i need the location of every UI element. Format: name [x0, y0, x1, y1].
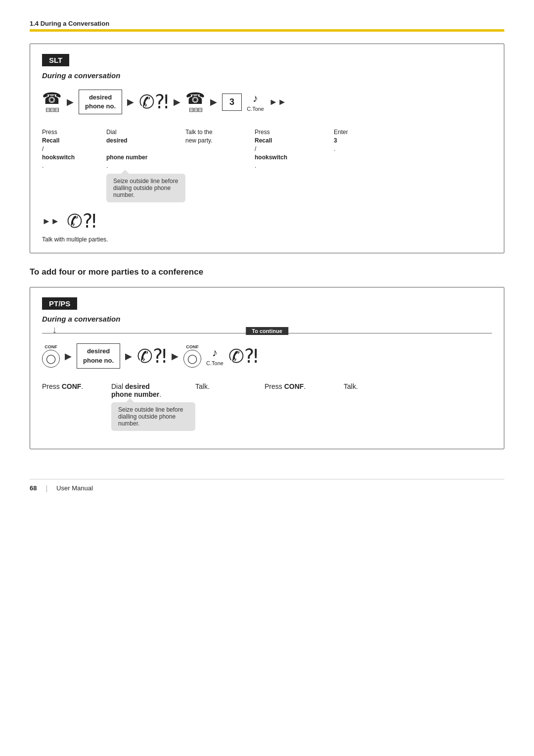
handset-icon-1: ✆⁈ [139, 91, 169, 113]
slt-bottom-flow: ►► ✆⁈ [42, 210, 492, 232]
desired-label: desired [85, 93, 116, 102]
slt-phone-icon: ☎ ⊟⊟⊟ [42, 91, 62, 113]
ptps-box: PT/PS During a conversation ↓ To continu… [30, 287, 504, 449]
ptps-arrow-2: ▶ [125, 351, 132, 362]
ptps-handset-1: ✆⁈ [137, 345, 167, 367]
slt-label-4: Press Recall/hookswitch. [255, 128, 334, 170]
ctone-block: ♪ C.Tone [247, 92, 264, 112]
handset-icon-2: ✆⁈ [67, 210, 96, 232]
ptps-label-col1: Press CONF. [42, 382, 111, 390]
to-continue-label: To continue [246, 327, 288, 335]
slt-label-col3: Talk to thenew party. [185, 128, 255, 145]
ptps-phone-no-label: phone no. [83, 356, 114, 365]
slt-header: SLT [42, 54, 69, 66]
arrow-3: ▶ [174, 96, 180, 107]
phone-no-label: phone no. [85, 102, 116, 111]
conf-button-1: CONF ◯ [42, 344, 60, 368]
double-arrow-1: ►► [269, 97, 287, 107]
slt-flow-row: ☎ ⊟⊟⊟ ▶ desired phone no. ▶ ✆⁈ ▶ ☎ ⊟⊟⊟ ▶… [42, 90, 492, 114]
slt-label-2: Dial desiredphone number. [106, 128, 185, 170]
slt-label-3: Talk to thenew party. [185, 128, 255, 145]
slt-label-1: Press Recall/hookswitch. [42, 128, 106, 170]
arrow-1: ▶ [67, 96, 74, 107]
arrow-4: ▶ [210, 96, 217, 107]
ptps-desired-phone-box: desired phone no. [77, 343, 120, 368]
conference-heading: To add four or more parties to a confere… [30, 267, 504, 277]
ptps-label-4: Press CONF. [265, 382, 306, 390]
ptps-flow-row: CONF ◯ ▶ desired phone no. ▶ ✆⁈ ▶ CONF ◯… [42, 343, 492, 368]
continue-line: To continue [42, 333, 492, 333]
page-number: 68 [30, 484, 37, 492]
slt-box: SLT During a conversation ☎ ⊟⊟⊟ ▶ desire… [30, 44, 504, 253]
yellow-divider [30, 29, 504, 32]
slt-during-conversation: During a conversation [42, 71, 492, 80]
ptps-during-conversation: During a conversation [42, 315, 492, 323]
to-continue-bar: ↓ To continue [42, 333, 492, 333]
ptps-labels-row: Press CONF. Dial desiredphone number. Se… [42, 382, 492, 431]
page-footer: 68 | User Manual [30, 479, 504, 492]
arrow-2: ▶ [127, 96, 134, 107]
slt-phone-icon-2: ☎ ⊟⊟⊟ [185, 91, 205, 113]
slt-label-col4: Press Recall/hookswitch. [255, 128, 334, 170]
conf-circle-2: ◯ [183, 350, 201, 368]
ptps-tooltip: Seize outside line beforedialling outsid… [111, 402, 195, 431]
ptps-label-2: Dial desiredphone number. [111, 382, 161, 398]
ptps-desired-label: desired [83, 347, 114, 356]
section-number: 1.4 [30, 20, 39, 27]
ptps-label-col4: Press CONF. [265, 382, 344, 390]
ptps-arrow-3: ▶ [172, 351, 178, 362]
section-title: 1.4 During a Conversation [30, 20, 109, 27]
slt-tooltip: Seize outside line beforedialling outsid… [106, 174, 185, 202]
ptps-ctone-block: ♪ C.Tone [206, 346, 223, 366]
slt-label-col1: Press Recall/hookswitch. [42, 128, 106, 170]
slt-label-col2: Dial desiredphone number. Seize outside … [106, 128, 185, 202]
slt-labels-row: Press Recall/hookswitch. Dial desiredpho… [42, 128, 492, 202]
section-title-text: During a Conversation [41, 20, 109, 27]
ptps-label-col5: Talk. [344, 382, 403, 390]
desired-phone-box: desired phone no. [79, 90, 122, 114]
ptps-label-3: Talk. [195, 382, 210, 390]
ptps-label-col3: Talk. [195, 382, 265, 390]
ctone-label: C.Tone [247, 106, 264, 112]
ptps-label-5: Talk. [344, 382, 358, 390]
slt-bottom-label: Talk with multiple parties. [42, 236, 492, 243]
ptps-label-col2: Dial desiredphone number. Seize outside … [111, 382, 195, 431]
number-3-box: 3 [222, 94, 242, 111]
conf-circle-1: ◯ [42, 350, 60, 368]
ptps-handset-2: ✆⁈ [228, 345, 258, 367]
conf-label-2: CONF [186, 344, 199, 349]
ptps-ctone-icon: ♪ [212, 346, 218, 359]
ptps-header: PT/PS [42, 297, 77, 310]
conf-label-1: CONF [44, 344, 57, 349]
ctone-icon: ♪ [253, 92, 258, 105]
ptps-label-1: Press CONF. [42, 382, 83, 390]
ptps-ctone-label: C.Tone [206, 360, 223, 366]
down-arrow: ↓ [52, 324, 57, 335]
page-label: User Manual [56, 484, 93, 492]
slt-label-5: Enter 3. [334, 128, 393, 153]
section-title-row: 1.4 During a Conversation [30, 20, 504, 27]
double-arrow-2: ►► [42, 216, 60, 227]
section-header: 1.4 During a Conversation [30, 20, 504, 32]
slt-label-col5: Enter 3. [334, 128, 393, 153]
ptps-arrow-1: ▶ [65, 351, 72, 362]
conf-button-2: CONF ◯ [183, 344, 201, 368]
